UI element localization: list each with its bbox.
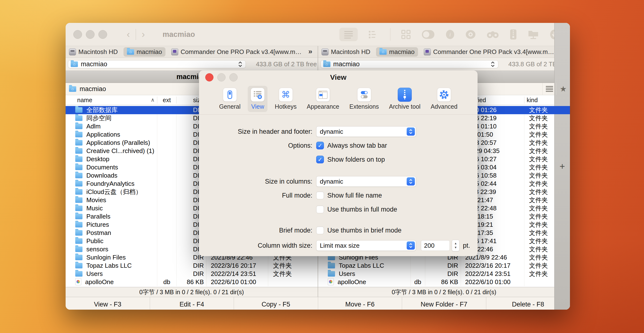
favorites-button[interactable]: ★ [556, 83, 570, 95]
tab-appearance[interactable]: Appearance [304, 86, 342, 112]
table-row[interactable]: Topaz Labs LLC DIR 2022/3/16 20:17 文件夹 [318, 262, 570, 270]
main-toolbar: i [339, 23, 570, 46]
svg-text:i: i [449, 31, 451, 37]
hard-disk-icon [69, 48, 76, 55]
file-icon [75, 165, 82, 170]
chevron-up-down-icon [407, 127, 415, 136]
star-icon: ★ [560, 85, 567, 93]
show-full-file-name-checkbox[interactable]: ✓ [316, 192, 324, 199]
table-row[interactable]: Users DIR 2022/2/14 23:51 文件夹 [318, 270, 570, 278]
list-view-button[interactable] [542, 83, 556, 95]
column-width-select[interactable]: Limit max size [316, 240, 416, 251]
tab-archive-tool[interactable]: Archive tool [386, 86, 424, 112]
tab-general[interactable]: General [216, 86, 243, 112]
status-text: 0字节 / 3 MB in 0 / 2 file(s). 0 / 21 dir(… [140, 288, 244, 296]
table-row[interactable]: Users DIR 2022/2/14 23:51 文件夹 [66, 270, 318, 278]
size-in-header-label: Size in header and footer: [199, 128, 316, 135]
home-folder-icon [127, 49, 134, 55]
tab-macmiao[interactable]: macmiao [376, 47, 418, 57]
column-width-input[interactable]: 200 [421, 240, 450, 251]
stepper-down-icon: ▼ [454, 246, 457, 250]
always-show-tab-bar-checkbox[interactable]: ✓ [316, 142, 324, 149]
nav-divider [136, 29, 136, 40]
use-thumbs-brief-mode-checkbox[interactable]: ✓ [316, 227, 324, 234]
file-icon [75, 278, 81, 285]
hard-disk-icon [322, 48, 328, 55]
archive-icon[interactable] [510, 29, 517, 40]
close-button[interactable] [73, 30, 82, 39]
toggle-panel-icon[interactable] [421, 30, 435, 39]
file-icon [75, 124, 82, 129]
table-row[interactable]: apolloOne db 86 KB 2022/6/10 01:00 [66, 278, 318, 286]
chevron-up-down-icon [491, 61, 495, 67]
edit-f4-button[interactable]: Edit - F4 [150, 297, 234, 310]
file-icon [75, 173, 82, 178]
full-view-icon[interactable] [339, 28, 358, 41]
preview-icon[interactable] [465, 30, 476, 39]
unit-label: pt. [463, 242, 470, 249]
network-icon[interactable] [528, 29, 539, 39]
view-preferences-dialog: View General View ⌘ Hotkeys [199, 70, 478, 256]
full-mode-label: Full mode: [199, 192, 316, 199]
file-icon [75, 247, 82, 252]
brief-view-icon[interactable] [368, 30, 380, 39]
new-folder-f7-button[interactable]: New Folder - F7 [402, 297, 486, 310]
tab-extensions[interactable]: Extensions [346, 86, 382, 112]
back-icon[interactable]: ‹ [122, 29, 134, 40]
file-icon [75, 214, 82, 219]
thumbs-view-icon[interactable] [401, 30, 411, 39]
file-icon [328, 271, 335, 277]
file-icon [75, 230, 82, 236]
file-icon [75, 140, 82, 146]
info-icon[interactable]: i [446, 30, 455, 39]
tab-commander-one-pack[interactable]: Commander One PRO Pack v3.4[www.macat… [420, 47, 560, 57]
table-row[interactable]: apolloOne db 86 KB 2022/6/10 01:00 [318, 278, 570, 286]
sort-ascending-icon: ∧ [151, 97, 154, 103]
tab-advanced[interactable]: Advanced [428, 86, 460, 112]
status-bar: 0字节 / 3 MB in 0 / 2 file(s). 0 / 21 dir(… [66, 287, 570, 297]
extensions-icon [357, 88, 371, 102]
tab-view[interactable]: View [248, 86, 268, 112]
preferences-tabs: General View ⌘ Hotkeys Appearance [199, 84, 478, 115]
file-icon [328, 278, 334, 285]
minimize-button[interactable] [86, 30, 94, 39]
file-icon [328, 263, 335, 269]
function-bar: View - F3 Edit - F4 Copy - F5 Move - F6 … [66, 297, 570, 310]
drive-select[interactable]: macmiao [68, 60, 246, 68]
file-icon [75, 197, 82, 203]
column-width-size-label: Column width size: [199, 242, 316, 249]
column-width-stepper[interactable]: ▲▼ [452, 240, 460, 251]
use-thumbs-full-mode-checkbox[interactable]: ✓ [316, 206, 324, 213]
column-header-name[interactable]: name∧ [66, 97, 157, 104]
home-folder-icon [380, 49, 387, 55]
tab-macintosh-hd[interactable]: Macintosh HD [66, 47, 121, 57]
size-in-columns-select[interactable]: dynamic [316, 176, 416, 187]
tab-strip: Macintosh HD macmiao Commander One PRO P… [66, 46, 570, 58]
forward-icon[interactable]: › [138, 29, 149, 40]
tab-macmiao[interactable]: macmiao [124, 47, 165, 57]
show-folders-on-top-checkbox[interactable]: ✓ [316, 156, 324, 163]
desktop-wallpaper: ‹ › macmiao i [0, 0, 644, 333]
tab-commander-one-pack[interactable]: Commander One PRO Pack v3.4[www.macat… [168, 47, 307, 57]
column-header-ext[interactable]: ext [157, 97, 176, 104]
search-icon[interactable] [486, 30, 499, 39]
tab-hotkeys[interactable]: ⌘ Hotkeys [272, 86, 299, 112]
chevron-up-down-icon [407, 241, 415, 250]
table-row[interactable]: Topaz Labs LLC DIR 2022/3/16 20:17 文件夹 [66, 262, 318, 270]
status-text: 0字节 / 3 MB in 0 / 2 file(s). 0 / 21 dir(… [392, 288, 496, 296]
file-icon [75, 263, 82, 269]
tab-overflow-icon[interactable]: » [307, 47, 318, 56]
check-icon: ✓ [318, 143, 322, 148]
view-f3-button[interactable]: View - F3 [66, 297, 150, 310]
dialog-body: Size in header and footer: dynamic Optio… [199, 115, 478, 251]
file-icon [75, 115, 82, 121]
tab-macintosh-hd[interactable]: Macintosh HD [318, 47, 374, 57]
file-icon [75, 132, 82, 137]
drive-select[interactable]: macmiao [320, 60, 498, 68]
copy-f5-button[interactable]: Copy - F5 [234, 297, 318, 310]
column-header-kind[interactable]: kind [524, 97, 570, 104]
move-f6-button[interactable]: Move - F6 [318, 297, 402, 310]
size-in-header-select[interactable]: dynamic [316, 126, 416, 137]
home-folder-icon [323, 61, 330, 67]
zoom-button[interactable] [98, 30, 107, 39]
